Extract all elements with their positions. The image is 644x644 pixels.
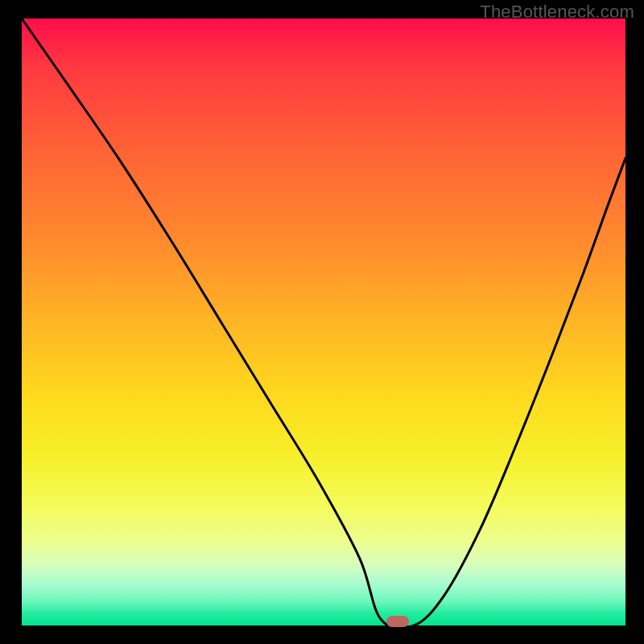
optimum-marker [386,616,409,627]
bottleneck-curve [0,0,644,644]
watermark-text: TheBottleneck.com [480,2,634,23]
chart-frame: TheBottleneck.com [0,0,644,644]
